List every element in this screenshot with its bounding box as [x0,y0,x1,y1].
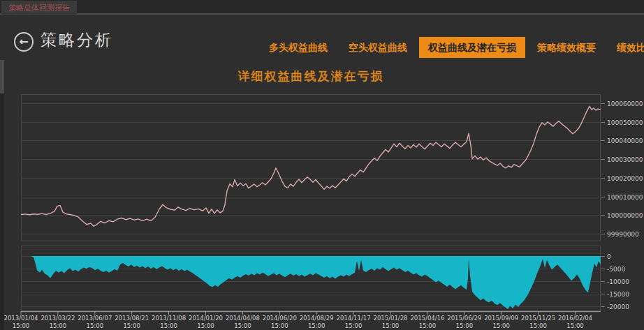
svg-text:99990000: 99990000 [607,231,639,238]
svg-text:100060000: 100060000 [607,100,643,107]
nav-tab-4[interactable]: 策略绩效概要 [528,37,605,58]
nav-tab-3[interactable]: 权益曲线及潜在亏损 [419,37,525,58]
svg-text:100050000: 100050000 [607,119,643,126]
drawdown-area [21,256,601,309]
svg-text:-15000: -15000 [607,291,629,298]
chart-canvas: 1000600001000500001000400001000300001000… [0,89,644,330]
svg-text:2013/03/22: 2013/03/22 [41,315,75,322]
svg-text:15:00: 15:00 [529,322,547,329]
svg-text:15:00: 15:00 [308,322,325,329]
svg-text:15:00: 15:00 [234,322,251,329]
equity-drawdown-chart: 1000600001000500001000400001000300001000… [0,89,644,330]
svg-text:2015/06/29: 2015/06/29 [447,315,481,322]
equity-line [21,106,601,226]
svg-text:100040000: 100040000 [607,137,643,144]
svg-text:15:00: 15:00 [50,322,67,329]
svg-text:15:00: 15:00 [87,322,104,329]
back-button[interactable]: ← [14,32,34,52]
svg-text:-5000: -5000 [607,266,625,273]
chart-title: 详细权益曲线及潜在亏损 [21,68,601,84]
y-axis-ticks [601,104,605,307]
svg-text:15:00: 15:00 [456,322,474,329]
svg-text:100020000: 100020000 [607,175,643,182]
svg-text:2014/04/08: 2014/04/08 [226,315,260,322]
nav-tabs: 多头权益曲线空头权益曲线权益曲线及潜在亏损策略绩效概要绩效比率 [258,37,644,58]
svg-text:15:00: 15:00 [492,322,510,329]
y-axis-labels: 1000600001000500001000400001000300001000… [607,100,643,310]
svg-text:0: 0 [607,253,611,260]
svg-text:15:00: 15:00 [197,322,214,329]
nav-tab-5[interactable]: 绩效比率 [608,37,644,58]
svg-text:2014/11/17: 2014/11/17 [337,315,371,322]
scrollbar-thumb[interactable] [0,60,4,93]
svg-text:2015/11/25: 2015/11/25 [521,315,555,322]
svg-text:2013/11/08: 2013/11/08 [152,315,186,322]
svg-text:2014/08/29: 2014/08/29 [300,315,334,322]
svg-text:2014/01/20: 2014/01/20 [189,315,223,322]
app: { "window": { "tab_title": "策略总体回测报告" },… [0,0,644,330]
svg-text:15:00: 15:00 [345,322,363,329]
report-tab[interactable]: 策略总体回测报告 [1,1,77,15]
svg-text:2015/01/28: 2015/01/28 [374,315,408,322]
svg-text:15:00: 15:00 [160,322,177,329]
svg-text:100010000: 100010000 [607,194,643,201]
svg-text:15:00: 15:00 [271,322,288,329]
content-area: ← 策略分析 多头权益曲线空头权益曲线权益曲线及潜在亏损策略绩效概要绩效比率 详… [0,16,644,330]
svg-text:2013/01/04: 2013/01/04 [4,315,38,322]
vertical-scrollbar[interactable] [0,60,4,330]
svg-text:-20000: -20000 [607,303,629,310]
x-axis-labels: 2013/01/0415:002013/03/2215:002013/06/07… [4,315,593,329]
nav-tab-1[interactable]: 多头权益曲线 [260,37,337,58]
back-arrow-icon: ← [19,35,28,48]
svg-text:15:00: 15:00 [419,322,437,329]
svg-text:2015/04/16: 2015/04/16 [410,315,444,322]
svg-text:2013/08/21: 2013/08/21 [115,315,149,322]
svg-text:2014/06/20: 2014/06/20 [263,315,297,322]
window-tab-bar: 策略总体回测报告 [0,0,644,15]
svg-text:15:00: 15:00 [123,322,140,329]
nav-tab-2[interactable]: 空头权益曲线 [339,37,416,58]
svg-text:-10000: -10000 [607,278,629,285]
svg-text:2015/09/09: 2015/09/09 [484,315,518,322]
svg-text:15:00: 15:00 [13,322,30,329]
svg-text:15:00: 15:00 [382,322,400,329]
svg-text:15:00: 15:00 [566,322,584,329]
svg-text:100030000: 100030000 [607,156,643,163]
svg-text:2013/06/07: 2013/06/07 [78,315,112,322]
svg-text:2016/02/04: 2016/02/04 [558,315,592,322]
page-title: 策略分析 [41,29,113,51]
svg-text:100000000: 100000000 [607,212,643,219]
